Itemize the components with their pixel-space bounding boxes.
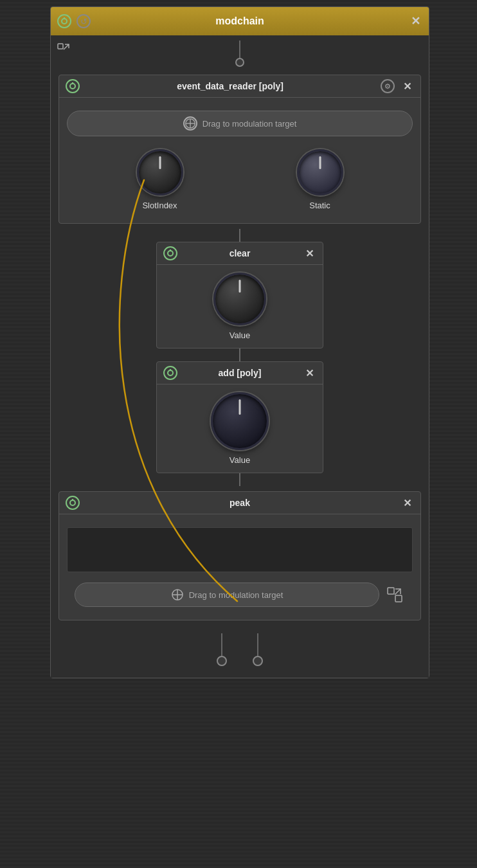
clear-value-knob[interactable]	[213, 273, 266, 325]
clear-power[interactable]	[163, 246, 177, 260]
static-knob[interactable]	[297, 149, 343, 195]
clear-module: clear ✕ Value	[156, 242, 323, 348]
svg-point-3	[70, 84, 75, 89]
background: ↺ modchain ✕	[0, 0, 477, 868]
add-close[interactable]: ✕	[302, 366, 316, 380]
event-data-reader-title: event_data_reader [poly]	[85, 81, 375, 91]
peak-power[interactable]	[66, 496, 80, 510]
add-title: add [poly]	[183, 368, 297, 378]
peak-body: Drag to modulation target	[59, 514, 420, 620]
top-connector	[51, 35, 429, 69]
bottom-connectors	[51, 626, 429, 671]
modchain-window: ↺ modchain ✕	[50, 6, 429, 678]
titlebar-left: ↺	[57, 14, 91, 28]
clear-title: clear	[183, 248, 297, 258]
connector-1	[51, 229, 429, 242]
clear-header: clear ✕	[157, 242, 323, 265]
clear-value-label: Value	[230, 330, 250, 340]
event-data-reader-power[interactable]	[66, 79, 80, 93]
peak-module: peak ✕ Drag to mod	[59, 491, 421, 620]
svg-rect-17	[388, 588, 394, 594]
modules-container: event_data_reader [poly] ⚙ ✕	[51, 35, 429, 678]
connector-2	[51, 348, 429, 361]
window-title: modchain	[91, 15, 389, 27]
titlebar: ↺ modchain ✕	[51, 7, 429, 35]
window-body: event_data_reader [poly] ⚙ ✕	[51, 35, 429, 678]
slot-index-knob[interactable]	[137, 149, 183, 195]
peak-close[interactable]: ✕	[400, 496, 414, 510]
add-module: add [poly] ✕ Value	[156, 361, 323, 473]
peak-display	[67, 527, 413, 572]
svg-line-19	[395, 589, 401, 595]
drag-bar-label: Drag to modulation target	[203, 119, 297, 129]
static-knob-item: Static	[297, 149, 343, 210]
slot-index-knob-item: SlotIndex	[137, 149, 183, 210]
export-button-top[interactable]	[56, 42, 71, 60]
add-body: Value	[157, 384, 323, 473]
peak-title: peak	[85, 498, 395, 508]
drag-icon	[183, 116, 197, 131]
svg-point-10	[168, 370, 173, 375]
bottom-jack-right	[253, 633, 263, 666]
connector-3	[51, 473, 429, 486]
svg-point-0	[62, 19, 67, 24]
add-value-knob[interactable]	[211, 392, 269, 450]
event-data-reader-close[interactable]: ✕	[400, 79, 414, 93]
peak-bottom-bar: Drag to modulation target	[67, 577, 413, 612]
clear-value-knob-item: Value	[213, 273, 266, 340]
add-value-knob-item: Value	[211, 392, 269, 465]
bottom-jack-left	[217, 633, 227, 666]
add-value-label: Value	[230, 455, 250, 465]
history-button[interactable]: ↺	[76, 14, 91, 28]
peak-export-button[interactable]	[384, 584, 405, 605]
window-power-button[interactable]	[57, 14, 71, 28]
svg-point-8	[168, 251, 173, 256]
static-label: Static	[309, 201, 330, 210]
slot-index-label: SlotIndex	[142, 201, 177, 210]
peak-drag-label: Drag to modulation target	[189, 590, 284, 600]
event-data-reader-module: event_data_reader [poly] ⚙ ✕	[59, 75, 421, 224]
svg-point-12	[70, 500, 75, 505]
event-data-reader-body: Drag to modulation target SlotIndex Stat…	[59, 98, 420, 223]
event-data-reader-drag-bar[interactable]: Drag to modulation target	[67, 111, 413, 136]
clear-body: Value	[157, 265, 323, 348]
event-data-reader-header: event_data_reader [poly] ⚙ ✕	[59, 75, 420, 98]
event-data-reader-settings[interactable]: ⚙	[381, 79, 395, 93]
add-header: add [poly] ✕	[157, 362, 323, 384]
clear-close[interactable]: ✕	[302, 246, 316, 260]
peak-drag-bar[interactable]: Drag to modulation target	[75, 583, 379, 607]
window-close-button[interactable]: ✕	[408, 14, 422, 28]
svg-rect-2	[58, 44, 63, 49]
peak-header: peak ✕	[59, 492, 420, 514]
svg-rect-18	[395, 595, 402, 602]
event-data-reader-knobs: SlotIndex Static	[67, 144, 413, 215]
add-power[interactable]	[163, 366, 177, 380]
